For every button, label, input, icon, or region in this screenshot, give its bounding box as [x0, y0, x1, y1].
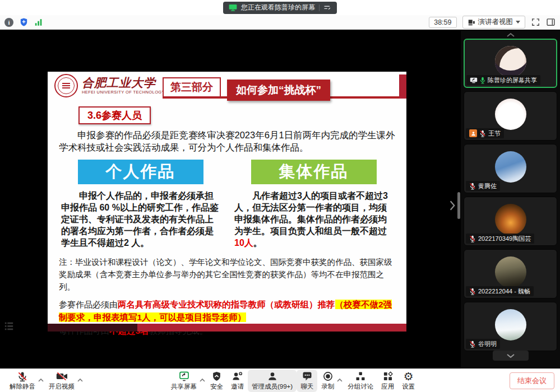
sidebar-scroll-down[interactable]	[493, 351, 529, 361]
main-area: 合肥工业大学 HEFEI UNIVERSITY OF TECHNOLOGY 第三…	[0, 30, 560, 368]
invite-button[interactable]: 邀请	[227, 370, 248, 392]
presentation-slide: 合肥工业大学 HEFEI UNIVERSITY OF TECHNOLOGY 第三…	[48, 72, 406, 332]
slide-section-label: 3.6参赛人员	[78, 106, 151, 124]
network-signal-icon[interactable]	[34, 18, 43, 26]
mic-muted-icon	[469, 288, 476, 295]
screen-watch-banner[interactable]: 您正在观看陈普珍的屏幕	[223, 2, 337, 14]
video-tile[interactable]: 陈普珍的屏幕共享	[464, 39, 557, 88]
collective-works-body: 凡作者超过3人的项目或者不超过3人，但无法区分第一作者的项目，均须申报集体作品。…	[234, 190, 393, 249]
share-screen-button[interactable]: 共享屏幕	[167, 370, 201, 392]
speaker-view-icon	[468, 18, 475, 26]
end-meeting-button[interactable]: 结束会议	[510, 372, 554, 389]
rule-red-text: 两名具有高级专业技术职称的指导教师（或教研组）推荐	[118, 300, 335, 309]
video-tile[interactable]: 黄腾佐	[464, 144, 557, 193]
annotation-list-icon[interactable]	[3, 321, 15, 333]
screen-share-icon	[229, 4, 237, 11]
video-tile[interactable]: 谷明明	[464, 302, 557, 351]
meeting-toolbar-top: i 38:59 演讲者视图	[0, 15, 560, 30]
screen-share-badge-icon	[470, 77, 478, 83]
member-badge-icon	[469, 129, 477, 137]
record-options-chevron[interactable]	[337, 374, 343, 384]
meeting-timer: 38:59	[429, 17, 456, 28]
slide-rule-paragraph: 参赛作品必须由两名具有高级专业技术职称的指导教师（或教研组）推荐（校赛不做2强制…	[59, 298, 395, 324]
header-endcap	[399, 74, 406, 99]
slide-header: 合肥工业大学 HEFEI UNIVERSITY OF TECHNOLOGY 第三…	[48, 72, 406, 100]
fullscreen-icon[interactable]	[531, 17, 540, 27]
personal-works-body: 申报个人作品的，申报者必须承担申报作品 60 %以上的研究工作，作品鉴定证书、专…	[61, 190, 220, 249]
shared-screen-stage: 合肥工业大学 HEFEI UNIVERSITY OF TECHNOLOGY 第三…	[0, 30, 461, 368]
slide-intro-paragraph: 申报参赛的作品必须是距竞赛终审决赛2023年6月1日前两年内完成的学生课外学术科…	[59, 129, 395, 154]
stage-scrollbar-thumb[interactable]	[457, 192, 460, 219]
avatar	[495, 204, 526, 235]
participant-label: 王节	[466, 128, 504, 138]
notification-bar: 您正在观看陈普珍的屏幕	[0, 0, 560, 15]
next-page-chevron-icon[interactable]	[448, 199, 456, 214]
participant-label: 谷明明	[466, 339, 500, 349]
video-tile[interactable]: 2022212044 - 魏畅	[464, 249, 557, 298]
unmute-button[interactable]: 解除静音	[6, 370, 39, 392]
participant-label: 2022170349陶国芸	[466, 234, 534, 244]
invite-person-icon	[232, 371, 243, 382]
video-options-chevron[interactable]	[77, 374, 83, 384]
participant-label: 陈普珍的屏幕共享	[466, 75, 540, 85]
personal-works-column: 个人作品 申报个人作品的，申报者必须承担申报作品 60 %以上的研究工作，作品鉴…	[61, 160, 220, 249]
security-shield-icon	[211, 371, 222, 382]
slide-columns: 个人作品 申报个人作品的，申报者必须承担申报作品 60 %以上的研究工作，作品鉴…	[61, 160, 393, 249]
gear-icon: ⚙	[404, 371, 414, 382]
manage-participants-button[interactable]: 管理成员(99+)	[248, 370, 297, 392]
sidebar-scroll-up[interactable]	[461, 31, 560, 39]
info-icon[interactable]: i	[4, 18, 13, 27]
avatar	[495, 99, 526, 130]
slide-note-paragraph: 注：毕业设计和课程设计（论文）、学年论文和学位论文、国际竞赛中获奖的作品、获国家…	[59, 256, 395, 293]
breakout-rooms-button[interactable]: 分组讨论	[344, 370, 377, 392]
participants-video-sidebar: 陈普珍的屏幕共享 王节	[461, 30, 560, 368]
chat-button[interactable]: 聊天	[297, 370, 317, 392]
share-options-chevron[interactable]	[200, 374, 205, 384]
avatar	[495, 309, 526, 340]
start-video-button[interactable]: 开启视频	[45, 370, 78, 392]
banner-message: 您正在观看陈普珍的屏幕	[241, 3, 315, 12]
breakout-rooms-icon	[355, 371, 366, 382]
chevron-down-icon	[516, 21, 520, 24]
view-mode-selector[interactable]: 演讲者视图	[462, 16, 526, 29]
slide-title: 如何参加“挑战杯”	[227, 80, 330, 101]
university-name-cn: 合肥工业大学	[82, 77, 165, 89]
university-emblem-icon	[54, 74, 78, 97]
mic-on-icon	[480, 77, 485, 84]
slide-footer-bar	[48, 324, 406, 332]
video-tile[interactable]: 2022170349陶国芸	[464, 197, 557, 246]
shield-protect-icon[interactable]	[19, 17, 29, 27]
collective-works-header: 集体作品	[251, 160, 377, 184]
mic-muted-icon	[479, 130, 486, 137]
avatar	[495, 46, 526, 77]
mic-muted-icon	[469, 235, 476, 242]
mic-muted-icon	[469, 183, 476, 190]
share-screen-icon	[178, 371, 190, 382]
mic-options-chevron[interactable]	[38, 374, 44, 384]
university-name-en: HEFEI UNIVERSITY OF TECHNOLOGY	[82, 90, 165, 95]
banner-divider	[319, 4, 320, 11]
side-panel-icon[interactable]	[546, 17, 556, 27]
apps-grid-icon	[382, 371, 394, 382]
personal-works-header: 个人作品	[78, 160, 203, 184]
camera-off-icon	[55, 371, 68, 382]
avatar	[495, 256, 526, 288]
chat-bubble-icon	[302, 371, 313, 382]
participants-icon	[267, 371, 278, 382]
slide-part-label: 第三部分	[163, 77, 221, 97]
mic-muted-icon	[469, 340, 476, 348]
banner-menu-icon[interactable]	[323, 4, 331, 11]
collective-limit-red: 10人	[234, 238, 253, 248]
settings-button[interactable]: ⚙ 设置	[398, 370, 419, 392]
video-tile[interactable]: 王节	[464, 91, 557, 141]
university-logo: 合肥工业大学 HEFEI UNIVERSITY OF TECHNOLOGY	[54, 74, 165, 97]
avatar	[495, 151, 526, 183]
view-mode-label: 演讲者视图	[478, 17, 513, 27]
record-icon	[322, 371, 334, 382]
record-button[interactable]: 录制	[317, 370, 338, 392]
apps-button[interactable]: 应用	[377, 370, 398, 392]
participant-label: 黄腾佐	[466, 181, 500, 191]
collective-works-column: 集体作品 凡作者超过3人的项目或者不超过3人，但无法区分第一作者的项目，均须申报…	[234, 160, 393, 249]
participant-label: 2022212044 - 魏畅	[466, 286, 534, 296]
security-button[interactable]: 安全	[206, 370, 227, 392]
